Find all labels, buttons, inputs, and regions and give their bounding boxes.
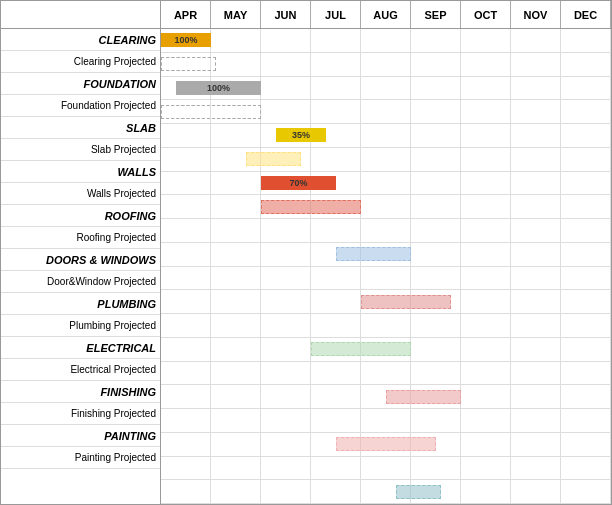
gantt-cell-3-2 xyxy=(261,100,311,123)
gantt-row-9 xyxy=(161,243,611,267)
gantt-cell-0-3 xyxy=(311,29,361,52)
gantt-cell-17-0 xyxy=(161,433,211,456)
gantt-cell-6-8 xyxy=(561,172,611,195)
activity-row-2: FOUNDATION xyxy=(1,73,160,95)
gantt-cell-1-6 xyxy=(461,53,511,76)
gantt-cell-16-5 xyxy=(411,409,461,432)
gantt-cell-7-1 xyxy=(211,195,261,218)
gantt-cell-1-3 xyxy=(311,53,361,76)
gantt-cell-0-4 xyxy=(361,29,411,52)
gantt-cell-12-4 xyxy=(361,314,411,337)
gantt-cell-15-3 xyxy=(311,385,361,408)
gantt-row-4: 35%35% xyxy=(161,124,611,148)
gantt-cell-4-4 xyxy=(361,124,411,147)
gantt-row-11 xyxy=(161,290,611,314)
activity-row-6: WALLS xyxy=(1,161,160,183)
gantt-cell-2-8 xyxy=(561,77,611,100)
gantt-cell-19-6 xyxy=(461,480,511,503)
gantt-cell-12-6 xyxy=(461,314,511,337)
gantt-row-3 xyxy=(161,100,611,124)
chart-body: CLEARINGClearing ProjectedFOUNDATIONFoun… xyxy=(1,1,611,504)
gantt-cell-3-5 xyxy=(411,100,461,123)
gantt-cell-5-3 xyxy=(311,148,361,171)
gantt-cell-19-7 xyxy=(511,480,561,503)
activity-row-12: PLUMBING xyxy=(1,293,160,315)
gantt-cell-0-8 xyxy=(561,29,611,52)
gantt-cell-15-6 xyxy=(461,385,511,408)
gantt-cell-3-8 xyxy=(561,100,611,123)
gantt-cell-19-8 xyxy=(561,480,611,503)
gantt-cell-8-3 xyxy=(311,219,361,242)
gantt-cell-11-1 xyxy=(211,290,261,313)
gantt-cell-6-6 xyxy=(461,172,511,195)
bar-row-11 xyxy=(361,295,451,309)
gantt-cell-10-5 xyxy=(411,267,461,290)
gantt-cell-4-5 xyxy=(411,124,461,147)
gantt-cell-18-6 xyxy=(461,457,511,480)
bar-row-3 xyxy=(161,105,261,119)
gantt-cell-13-0 xyxy=(161,338,211,361)
activity-row-9: Roofing Projected xyxy=(1,227,160,249)
gantt-cell-19-0 xyxy=(161,480,211,503)
month-jun: JUN xyxy=(261,1,311,28)
gantt-cell-18-0 xyxy=(161,457,211,480)
gantt-cell-5-5 xyxy=(411,148,461,171)
gantt-cell-10-3 xyxy=(311,267,361,290)
gantt-cell-15-8 xyxy=(561,385,611,408)
gantt-cell-19-3 xyxy=(311,480,361,503)
gantt-cell-14-5 xyxy=(411,362,461,385)
gantt-row-2: 100%100% xyxy=(161,77,611,101)
gantt-cell-16-1 xyxy=(211,409,261,432)
gantt-cell-17-6 xyxy=(461,433,511,456)
activity-row-16: FINISHING xyxy=(1,381,160,403)
gantt-cell-6-7 xyxy=(511,172,561,195)
gantt-cell-11-3 xyxy=(311,290,361,313)
gantt-cell-3-6 xyxy=(461,100,511,123)
gantt-cell-8-0 xyxy=(161,219,211,242)
bar-row-5 xyxy=(246,152,301,166)
gantt-cell-14-6 xyxy=(461,362,511,385)
gantt-cell-9-1 xyxy=(211,243,261,266)
gantt-cell-8-8 xyxy=(561,219,611,242)
gantt-cell-12-2 xyxy=(261,314,311,337)
gantt-cell-17-8 xyxy=(561,433,611,456)
gantt-row-7 xyxy=(161,195,611,219)
gantt-cell-14-2 xyxy=(261,362,311,385)
gantt-cell-1-8 xyxy=(561,53,611,76)
activity-row-19: Painting Projected xyxy=(1,447,160,469)
activity-row-4: SLAB xyxy=(1,117,160,139)
gantt-cell-13-7 xyxy=(511,338,561,361)
gantt-row-14 xyxy=(161,362,611,386)
gantt-cell-5-0 xyxy=(161,148,211,171)
gantt-cell-15-2 xyxy=(261,385,311,408)
gantt-cell-2-5 xyxy=(411,77,461,100)
gantt-cell-2-7 xyxy=(511,77,561,100)
gantt-row-0: 100%100% xyxy=(161,29,611,53)
gantt-cell-1-4 xyxy=(361,53,411,76)
gantt-cell-2-2 xyxy=(261,77,311,100)
gantt-cell-16-3 xyxy=(311,409,361,432)
gantt-cell-9-2 xyxy=(261,243,311,266)
gantt-cell-11-7 xyxy=(511,290,561,313)
gantt-cell-0-1 xyxy=(211,29,261,52)
gantt-cell-12-7 xyxy=(511,314,561,337)
gantt-cell-0-6 xyxy=(461,29,511,52)
gantt-row-8 xyxy=(161,219,611,243)
gantt-cell-10-7 xyxy=(511,267,561,290)
gantt-cell-15-0 xyxy=(161,385,211,408)
activity-row-8: ROOFING xyxy=(1,205,160,227)
gantt-cell-12-0 xyxy=(161,314,211,337)
gantt-cell-2-6 xyxy=(461,77,511,100)
gantt-cell-7-4 xyxy=(361,195,411,218)
gantt-rows: 100%100%100%100%35%35%70%70% xyxy=(161,29,611,504)
gantt-row-12 xyxy=(161,314,611,338)
bar-row-17 xyxy=(336,437,436,451)
gantt-cell-17-1 xyxy=(211,433,261,456)
gantt-cell-4-7 xyxy=(511,124,561,147)
gantt-cell-11-8 xyxy=(561,290,611,313)
gantt-cell-16-4 xyxy=(361,409,411,432)
gantt-cell-2-3 xyxy=(311,77,361,100)
gantt-cell-18-1 xyxy=(211,457,261,480)
gantt-cell-5-4 xyxy=(361,148,411,171)
gantt-cell-14-7 xyxy=(511,362,561,385)
